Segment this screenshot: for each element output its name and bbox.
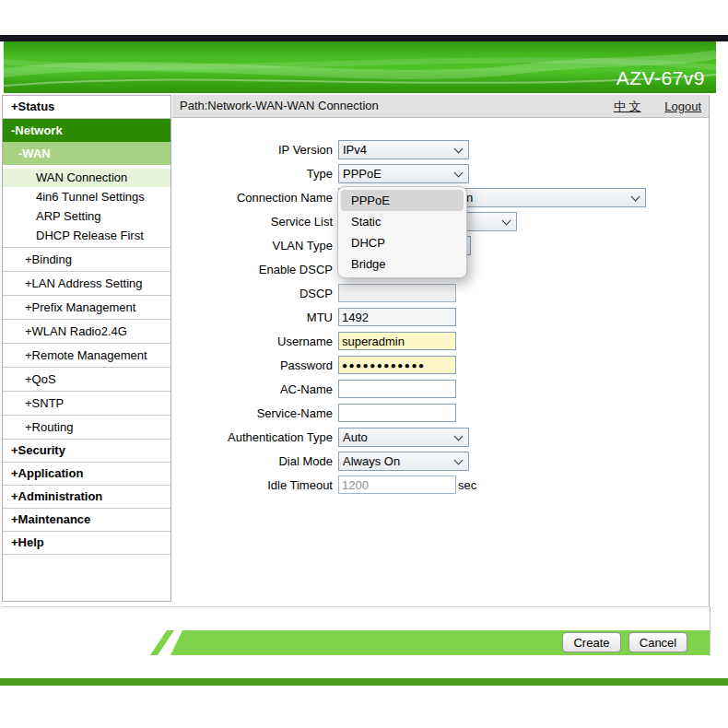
breadcrumb-bar: Path:Network-WAN-WAN Connection 中 文 Logo…: [172, 95, 709, 118]
sidebar-item-application[interactable]: +Application: [3, 463, 170, 486]
chevron-down-icon: [502, 216, 511, 225]
sidebar-item-status[interactable]: +Status: [3, 96, 170, 119]
username-input[interactable]: superadmin: [338, 332, 456, 350]
sidebar-item-lan-address-setting[interactable]: +LAN Address Setting: [3, 272, 170, 296]
idle-timeout-input[interactable]: 1200: [338, 476, 456, 494]
sidebar-item-qos[interactable]: +QoS: [3, 368, 170, 392]
sidebar-item-wan[interactable]: -WAN: [3, 142, 170, 165]
dscp-input[interactable]: [338, 284, 456, 302]
sidebar-item-maintenance[interactable]: +Maintenance: [3, 509, 170, 532]
authentication-type-select[interactable]: Auto: [338, 428, 469, 447]
chevron-down-icon: [454, 431, 464, 440]
cancel-button[interactable]: Cancel: [628, 632, 687, 652]
form-row-service-name: Service-Name: [172, 401, 709, 425]
dropdown-option-static[interactable]: Static: [341, 211, 464, 232]
main-content: Path:Network-WAN-WAN Connection 中 文 Logo…: [172, 95, 710, 606]
sidebar-menu: +Status-Network-WANWAN Connection4in6 Tu…: [2, 95, 171, 602]
sidebar-item-security[interactable]: +Security: [3, 440, 170, 463]
chevron-down-icon: [454, 168, 464, 177]
logout-link[interactable]: Logout: [664, 100, 701, 113]
footer-green-bar: [0, 678, 728, 686]
sidebar-item-arp-setting[interactable]: ARP Setting: [3, 206, 170, 226]
action-bar-stripe-decoration: [150, 630, 174, 655]
dropdown-option-dhcp[interactable]: DHCP: [341, 232, 464, 253]
form-row-ac-name: AC-Name: [172, 377, 709, 401]
banner-wave-decoration: [4, 41, 716, 93]
field-label-authentication-type: Authentication Type: [172, 430, 338, 444]
ip-version-select[interactable]: IPv4: [338, 140, 469, 159]
form-row-ip-version: IP VersionIPv4: [172, 137, 709, 161]
dropdown-option-bridge[interactable]: Bridge: [341, 253, 464, 275]
mtu-input[interactable]: 1492: [338, 308, 456, 326]
sidebar-item-wan-connection[interactable]: WAN Connection: [3, 169, 170, 187]
sidebar-item-wlan-radio2-4g[interactable]: +WLAN Radio2.4G: [3, 320, 170, 344]
form-row-mtu: MTU1492: [172, 305, 709, 329]
header-banner: AZV-67v9: [4, 41, 716, 93]
action-bar: Create Cancel: [150, 630, 710, 655]
sidebar-item-network[interactable]: -Network: [3, 119, 170, 142]
field-label-password: Password: [172, 358, 338, 372]
breadcrumb: Path:Network-WAN-WAN Connection: [180, 99, 379, 112]
field-label-enable-dscp: Enable DSCP: [172, 263, 338, 276]
create-button[interactable]: Create: [562, 632, 621, 652]
field-label-connection-name: Connection Name: [172, 191, 338, 205]
field-label-dial-mode: Dial Mode: [172, 454, 338, 468]
chevron-down-icon: [454, 455, 464, 464]
sidebar-item-remote-management[interactable]: +Remote Management: [3, 344, 170, 368]
field-label-mtu: MTU: [172, 311, 338, 324]
field-label-dscp: DSCP: [172, 287, 338, 300]
field-label-service-list: Service List: [172, 215, 338, 229]
ac-name-input[interactable]: [338, 380, 456, 398]
type-dropdown-menu: PPPoEStaticDHCPBridge: [337, 186, 467, 278]
password-input[interactable]: ●●●●●●●●●●●●: [338, 356, 456, 374]
router-admin-page: AZV-67v9 +Status-Network-WANWAN Connecti…: [0, 0, 728, 728]
form-row-dial-mode: Dial ModeAlways On: [172, 449, 709, 473]
form-row-dscp: DSCP: [172, 281, 709, 305]
ip-version-select-value: IPv4: [339, 143, 367, 157]
chevron-down-icon: [631, 192, 640, 201]
idle-timeout-unit-label: sec: [458, 478, 476, 492]
sidebar-item-prefix-management[interactable]: +Prefix Management: [3, 296, 170, 320]
form-row-authentication-type: Authentication TypeAuto: [172, 425, 709, 449]
content-bottom-divider: [2, 606, 710, 607]
dropdown-option-pppoe[interactable]: PPPoE: [341, 190, 464, 211]
dial-mode-select-value: Always On: [339, 454, 400, 468]
sidebar-item-routing[interactable]: +Routing: [3, 416, 170, 440]
sidebar-item-4in6-tunnel-settings[interactable]: 4in6 Tunnel Settings: [3, 187, 170, 206]
authentication-type-select-value: Auto: [339, 430, 368, 444]
sidebar-item-binding[interactable]: +Binding: [3, 248, 170, 272]
sidebar-item-dhcp-release-first[interactable]: DHCP Release First: [3, 226, 170, 248]
field-label-vlan-type: VLAN Type: [172, 239, 338, 252]
form-row-type: TypePPPoE: [172, 161, 709, 185]
field-label-idle-timeout: Idle Timeout: [172, 478, 338, 492]
language-toggle-link[interactable]: 中 文: [614, 100, 641, 113]
dial-mode-select[interactable]: Always On: [338, 452, 469, 471]
field-label-service-name: Service-Name: [172, 406, 338, 420]
field-label-ac-name: AC-Name: [172, 382, 338, 396]
sidebar-item-administration[interactable]: +Administration: [3, 486, 170, 509]
form-row-idle-timeout: Idle Timeout1200sec: [172, 473, 709, 497]
field-label-username: Username: [172, 335, 338, 348]
type-select-value: PPPoE: [339, 167, 382, 181]
content-right-edge: [710, 606, 710, 656]
service-name-input[interactable]: [338, 404, 456, 422]
form-row-password: Password●●●●●●●●●●●●: [172, 353, 709, 377]
chevron-down-icon: [454, 144, 464, 153]
form-row-username: Usernamesuperadmin: [172, 329, 709, 353]
type-select[interactable]: PPPoE: [338, 164, 469, 183]
device-model-title: AZV-67v9: [616, 67, 705, 89]
field-label-ip-version: IP Version: [172, 143, 338, 157]
top-dark-strip: [0, 35, 728, 41]
field-label-type: Type: [172, 167, 338, 181]
sidebar-item-sntp[interactable]: +SNTP: [3, 392, 170, 416]
sidebar-item-help[interactable]: +Help: [3, 532, 170, 555]
